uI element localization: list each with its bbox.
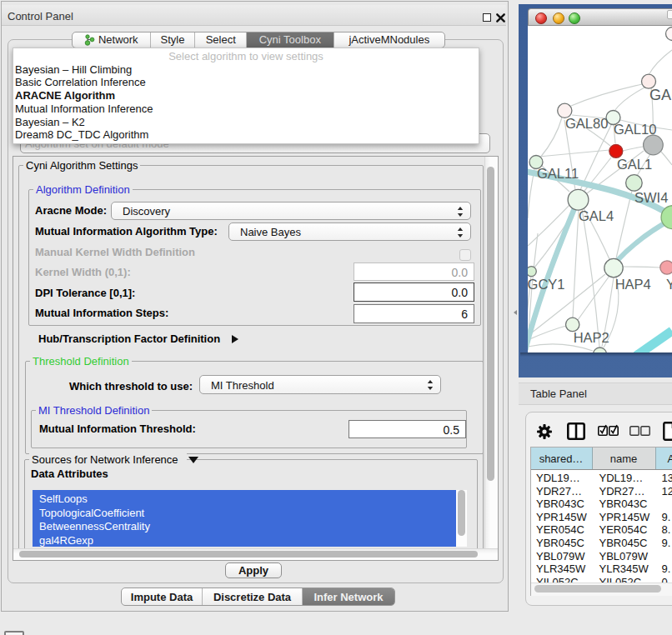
svg-text:GAL11: GAL11	[537, 166, 579, 181]
svg-text:GAL1: GAL1	[617, 157, 652, 172]
svg-text:GCY1: GCY1	[528, 277, 565, 292]
svg-text:GAL10: GAL10	[614, 122, 656, 137]
svg-text:HAP2: HAP2	[574, 330, 609, 345]
svg-text:SWI4: SWI4	[634, 190, 668, 205]
svg-text:GAL4: GAL4	[579, 208, 614, 223]
svg-text:GAL80: GAL80	[565, 116, 608, 131]
svg-text:YE: YE	[666, 277, 672, 292]
svg-text:HAP4: HAP4	[615, 277, 651, 292]
svg-text:GAL7: GAL7	[649, 87, 672, 103]
